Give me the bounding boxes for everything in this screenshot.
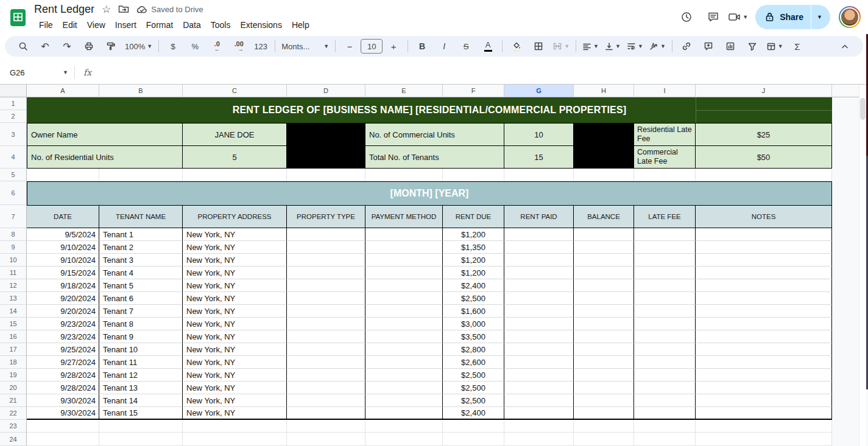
cell-rent-paid[interactable] (504, 382, 574, 394)
row-number[interactable]: 2 (0, 110, 27, 123)
undo-button[interactable]: ↶ (34, 38, 56, 54)
cell-property-address[interactable]: New York, NY (183, 228, 287, 241)
row-number[interactable]: 4 (0, 146, 27, 169)
cell-empty[interactable] (443, 420, 504, 433)
menu-data[interactable]: Data (178, 19, 206, 31)
cell-balance[interactable] (574, 241, 634, 254)
cell-property-type[interactable] (287, 241, 365, 254)
cell-late-fee[interactable] (634, 318, 696, 330)
cell-rent-due[interactable]: $1,200 (443, 267, 504, 279)
cell-balance[interactable] (574, 279, 634, 292)
cell-notes[interactable] (696, 254, 832, 267)
cell-property-address[interactable]: New York, NY (183, 292, 287, 305)
cell-date[interactable]: 9/10/2024 (27, 241, 99, 254)
star-icon[interactable]: ☆ (102, 3, 111, 16)
table-header-tenant-name[interactable]: TENANT NAME (99, 205, 183, 228)
join-call-button[interactable]: ▼ (728, 12, 748, 23)
table-header-date[interactable]: DATE (27, 205, 99, 228)
cell-date[interactable]: 9/30/2024 (27, 407, 99, 420)
cell-balance[interactable] (574, 343, 634, 356)
cell-date[interactable]: 9/5/2024 (27, 228, 99, 241)
name-box[interactable]: G26 ▼ (0, 68, 74, 77)
cell-residential-units-label[interactable]: No. of Residential Units (27, 146, 183, 169)
version-history-button[interactable] (674, 5, 699, 29)
row-number[interactable]: 20 (0, 382, 27, 394)
sheets-logo-icon[interactable] (10, 6, 27, 28)
cell-empty[interactable] (99, 433, 183, 446)
cell-empty[interactable] (504, 420, 574, 433)
cell-late-fee[interactable] (634, 305, 696, 318)
cell-notes[interactable] (696, 394, 832, 407)
cell-title-banner[interactable]: RENT LEDGER OF [BUSINESS NAME] [RESIDENT… (27, 97, 832, 123)
cell-property-address[interactable]: New York, NY (183, 382, 287, 394)
cell-empty[interactable] (504, 169, 574, 181)
cell-property-type[interactable] (287, 394, 365, 407)
row-number[interactable]: 13 (0, 292, 27, 305)
cell-black[interactable] (574, 146, 634, 169)
cell-tenant-name[interactable]: Tenant 2 (99, 241, 183, 254)
cell-late-fee[interactable] (634, 382, 696, 394)
cell-rent-paid[interactable] (504, 267, 574, 279)
cell-balance[interactable] (574, 228, 634, 241)
cell-balance[interactable] (574, 330, 634, 343)
cell-payment-method[interactable] (365, 292, 443, 305)
cell-rent-paid[interactable] (504, 407, 574, 420)
cell-tenant-name[interactable]: Tenant 1 (99, 228, 183, 241)
cell-empty[interactable] (574, 420, 634, 433)
row-number[interactable]: 8 (0, 228, 27, 241)
cell-date[interactable]: 9/20/2024 (27, 305, 99, 318)
cell-total-tenants-value[interactable]: 15 (504, 146, 574, 169)
cell-notes[interactable] (696, 407, 832, 420)
merge-cells-button[interactable]: ▼ (549, 38, 573, 54)
cell-rent-due[interactable]: $2,500 (443, 382, 504, 394)
decrease-font-size-button[interactable]: − (339, 38, 361, 54)
cell-date[interactable]: 9/10/2024 (27, 254, 99, 267)
save-status[interactable]: Saved to Drive (136, 5, 203, 14)
cell-date[interactable]: 9/20/2024 (27, 292, 99, 305)
row-number[interactable]: 24 (0, 433, 27, 446)
cell-date[interactable]: 9/18/2024 (27, 279, 99, 292)
cell-empty[interactable] (287, 420, 365, 433)
create-filter-button[interactable] (741, 38, 763, 54)
menu-insert[interactable]: Insert (110, 19, 141, 31)
cell-empty[interactable] (634, 169, 696, 181)
strikethrough-button[interactable]: S (455, 38, 477, 54)
cell-notes[interactable] (696, 292, 832, 305)
cell-property-type[interactable] (287, 254, 365, 267)
cell-empty[interactable] (634, 433, 696, 446)
hide-menus-button[interactable] (834, 38, 856, 54)
cell-balance[interactable] (574, 407, 634, 420)
cell-payment-method[interactable] (365, 241, 443, 254)
cell-empty[interactable] (696, 420, 832, 433)
move-to-folder-icon[interactable] (118, 4, 129, 14)
column-header-h[interactable]: H (574, 85, 634, 97)
borders-button[interactable] (528, 38, 549, 54)
menu-help[interactable]: Help (287, 19, 314, 31)
cell-date[interactable]: 9/27/2024 (27, 356, 99, 369)
menu-tools[interactable]: Tools (206, 19, 236, 31)
cell-late-fee[interactable] (634, 407, 696, 420)
table-header-property-address[interactable]: PROPERTY ADDRESS (183, 205, 287, 228)
cell-month-banner[interactable]: [MONTH] [YEAR] (27, 181, 832, 205)
decrease-decimal-button[interactable]: .0← (206, 38, 228, 54)
menu-format[interactable]: Format (141, 19, 178, 31)
cell-property-address[interactable]: New York, NY (183, 318, 287, 330)
account-avatar[interactable] (839, 6, 861, 28)
scrollbar-thumb[interactable] (860, 98, 866, 120)
cell-property-type[interactable] (287, 330, 365, 343)
cell-residential-late-fee-label[interactable]: Residential Late Fee (634, 123, 696, 146)
cell-payment-method[interactable] (365, 382, 443, 394)
print-button[interactable] (78, 38, 100, 54)
cell-empty[interactable] (27, 169, 99, 181)
cell-rent-paid[interactable] (504, 318, 574, 330)
cell-property-address[interactable]: New York, NY (183, 356, 287, 369)
menu-view[interactable]: View (82, 19, 110, 31)
font-size-input[interactable]: 10 (361, 39, 383, 54)
menu-file[interactable]: File (34, 19, 58, 31)
column-header-d[interactable]: D (287, 85, 365, 97)
paint-format-button[interactable] (100, 38, 122, 54)
cell-date[interactable]: 9/30/2024 (27, 394, 99, 407)
cell-tenant-name[interactable]: Tenant 6 (99, 292, 183, 305)
row-number[interactable]: 14 (0, 305, 27, 318)
cell-property-address[interactable]: New York, NY (183, 305, 287, 318)
